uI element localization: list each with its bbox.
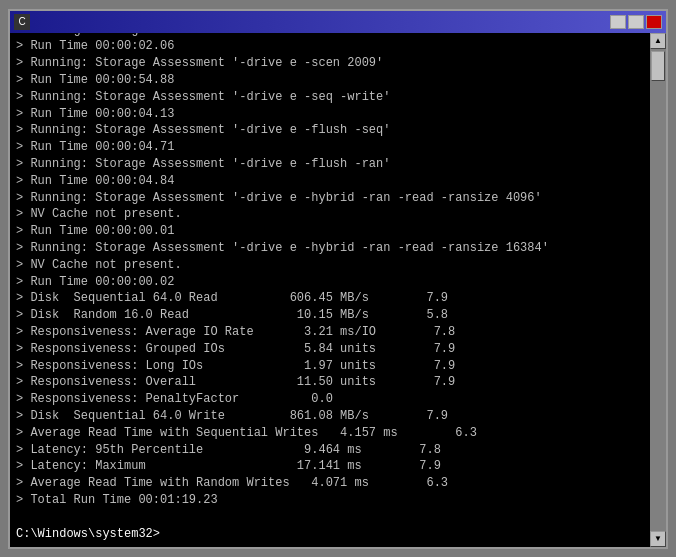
- close-button[interactable]: [646, 15, 662, 29]
- titlebar-left: C: [14, 14, 34, 30]
- titlebar-buttons: [610, 15, 662, 29]
- scroll-down-button[interactable]: ▼: [650, 531, 666, 547]
- minimize-button[interactable]: [610, 15, 626, 29]
- titlebar: C: [10, 11, 666, 33]
- cmd-icon: C: [14, 14, 30, 30]
- scrollbar-thumb[interactable]: [651, 51, 665, 81]
- maximize-button[interactable]: [628, 15, 644, 29]
- content-area: Microsoft Windows [Version 6.1.7600] Cop…: [10, 33, 666, 547]
- scroll-up-button[interactable]: ▲: [650, 33, 666, 49]
- scrollbar-track[interactable]: [650, 49, 666, 531]
- cmd-window: C Microsoft Windows [Version 6.1.7600] C…: [8, 9, 668, 549]
- terminal-output[interactable]: Microsoft Windows [Version 6.1.7600] Cop…: [10, 33, 650, 547]
- scrollbar[interactable]: ▲ ▼: [650, 33, 666, 547]
